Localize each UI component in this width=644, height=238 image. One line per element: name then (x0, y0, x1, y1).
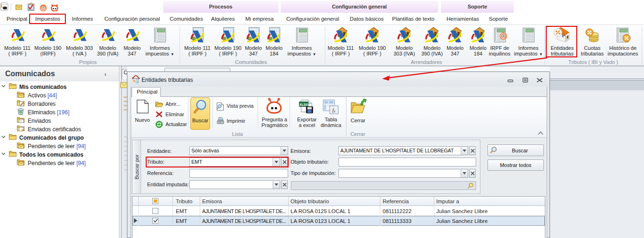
svg-text:XLSX: XLSX (299, 103, 308, 106)
